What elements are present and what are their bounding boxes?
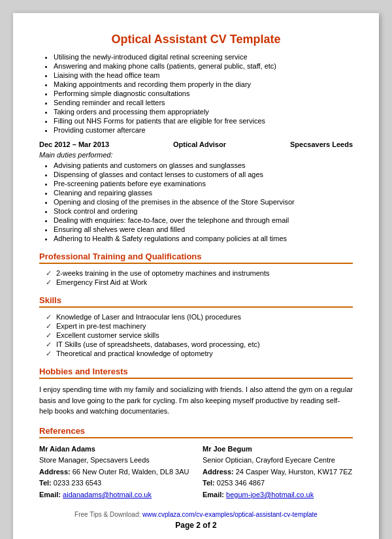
- ref1-tel-label: Tel:: [39, 479, 52, 487]
- list-item: Dispensing of glasses and contact lenses…: [54, 171, 353, 178]
- list-item: Cleaning and repairing glasses: [54, 189, 353, 197]
- intro-bullet-list: Utilising the newly-introduced digital r…: [54, 53, 353, 134]
- ref2-email-label: Email:: [203, 491, 224, 498]
- ref1-address: Address: 66 New Outer Rd, Walden, DL8 3A…: [39, 466, 189, 478]
- divider: [39, 437, 353, 438]
- ref1-email-label: Email:: [39, 491, 61, 498]
- list-item: Sending reminder and recall letters: [54, 99, 353, 106]
- ref1-tel: Tel: 0233 233 6543: [39, 478, 189, 489]
- list-item: Filling out NHS Forms for patients that …: [54, 117, 353, 125]
- job1-bullet-list: Advising patients and customers on glass…: [54, 161, 353, 242]
- job-title: Optical Advisor: [173, 140, 226, 148]
- ref2-tel: Tel: 0253 346 4867: [203, 478, 353, 489]
- list-item: Stock control and ordering: [54, 207, 353, 215]
- list-item: IT Skills (use of spreadsheets, database…: [46, 340, 353, 348]
- job-company: Specsavers Leeds: [290, 140, 353, 148]
- footer-tip: Free Tips & Download: www.cvplaza.com/cv…: [39, 511, 353, 518]
- list-item: Adhering to Health & Safety regulations …: [54, 235, 353, 242]
- ref2-email: Email: begum-joe3@hotmail.co.uk: [203, 489, 353, 501]
- ref2-address-label: Address:: [203, 468, 234, 476]
- main-duties-label: Main duties performed:: [39, 151, 353, 159]
- training-list: 2-weeks training in the use of optometry…: [46, 269, 353, 286]
- page-title: Optical Assistant CV Template: [39, 33, 353, 46]
- list-item: Answering and making phone calls (patien…: [54, 62, 353, 70]
- list-item: Excellent customer service skills: [46, 331, 353, 339]
- divider: [39, 378, 353, 379]
- ref2-role: Senior Optician, Crayford Eyecare Centre: [203, 455, 353, 466]
- hobbies-text: I enjoy spending time with my family and…: [39, 384, 353, 417]
- references-grid: Mr Aidan Adams Store Manager, Specsavers…: [39, 444, 353, 501]
- list-item: Taking orders and processing them approp…: [54, 108, 353, 116]
- reference-1: Mr Aidan Adams Store Manager, Specsavers…: [39, 444, 189, 501]
- section-hobbies-heading: Hobbies and Interests: [39, 367, 353, 376]
- section-references-heading: References: [39, 426, 353, 436]
- ref1-tel-value: 0233 233 6543: [54, 479, 101, 487]
- list-item: Theoretical and practical knowledge of o…: [46, 350, 353, 357]
- ref1-role: Store Manager, Specsavers Leeds: [39, 455, 189, 466]
- ref1-name: Mr Aidan Adams: [39, 444, 189, 455]
- ref2-tel-label: Tel:: [203, 479, 215, 487]
- ref2-address: Address: 24 Casper Way, Hurston, KW17 7E…: [203, 466, 353, 478]
- list-item: Making appointments and recording them p…: [54, 80, 353, 88]
- list-item: Pre-screening patients before eye examin…: [54, 180, 353, 188]
- list-item: 2-weeks training in the use of optometry…: [46, 269, 353, 277]
- list-item: Emergency First Aid at Work: [46, 278, 353, 286]
- page-number: Page 2 of 2: [39, 521, 353, 530]
- list-item: Performing simple diagnostic consultatio…: [54, 90, 353, 97]
- section-skills-heading: Skills: [39, 295, 353, 305]
- list-item: Knowledge of Laser and Intraocular lens …: [46, 313, 353, 321]
- list-item: Providing customer aftercare: [54, 126, 353, 134]
- ref1-address-label: Address:: [39, 468, 71, 476]
- divider: [39, 263, 353, 264]
- divider: [39, 306, 353, 308]
- section-training-heading: Professional Training and Qualifications: [39, 252, 353, 261]
- list-item: Expert in pre-test machinery: [46, 322, 353, 330]
- list-item: Opening and closing of the premises in t…: [54, 198, 353, 206]
- list-item: Utilising the newly-introduced digital r…: [54, 53, 353, 61]
- job-header: Dec 2012 – Mar 2013 Optical Advisor Spec…: [39, 140, 353, 148]
- ref1-address-value: 66 New Outer Rd, Walden, DL8 3AU: [73, 468, 189, 476]
- ref2-email-link[interactable]: begum-joe3@hotmail.co.uk: [226, 491, 314, 498]
- ref2-address-value: 24 Casper Way, Hurston, KW17 7EZ: [236, 468, 353, 476]
- ref1-email: Email: aidanadams@hotmail.co.uk: [39, 489, 189, 501]
- skills-list: Knowledge of Laser and Intraocular lens …: [46, 313, 353, 357]
- list-item: Liaising with the head office team: [54, 71, 353, 79]
- list-item: Dealing with enquiries: face-to-face, ov…: [54, 216, 353, 224]
- footer-tip-prefix: Free Tips & Download:: [74, 511, 142, 518]
- ref2-tel-value: 0253 346 4867: [217, 479, 265, 487]
- footer-tip-link[interactable]: www.cvplaza.com/cv-examples/optical-assi…: [142, 511, 318, 518]
- list-item: Advising patients and customers on glass…: [54, 161, 353, 169]
- job-dates: Dec 2012 – Mar 2013: [39, 140, 109, 148]
- reference-2: Mr Joe Begum Senior Optician, Crayford E…: [203, 444, 353, 501]
- cv-page: Optical Assistant CV Template Utilising …: [13, 13, 379, 539]
- ref2-name: Mr Joe Begum: [203, 444, 353, 455]
- ref1-email-link[interactable]: aidanadams@hotmail.co.uk: [63, 491, 152, 498]
- list-item: Ensuring all shelves were clean and fill…: [54, 225, 353, 233]
